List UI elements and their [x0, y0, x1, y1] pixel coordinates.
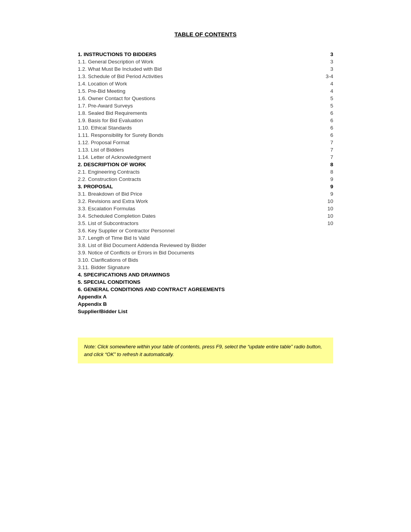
toc-row: 1.1. General Description of Work3 [78, 59, 333, 65]
toc-entry-page: 5 [322, 103, 333, 109]
toc-entry-page: 10 [322, 220, 333, 226]
note-text: Note: Click somewhere within your table … [84, 344, 322, 357]
toc-entry-label: 1.2. What Must Be Included with Bid [78, 66, 162, 72]
toc-entry-label: 1. INSTRUCTIONS TO BIDDERS [78, 51, 156, 57]
toc-row: 3.5. List of Subcontractors10 [78, 220, 333, 226]
toc-entry-page: 3-4 [322, 73, 333, 79]
toc-entry-page: 4 [322, 88, 333, 94]
toc-entry-page: 10 [322, 198, 333, 204]
toc-entry-page: 8 [322, 162, 333, 167]
toc-row: 3. PROPOSAL9 [78, 184, 333, 189]
toc-entry-page: 3 [322, 66, 333, 72]
toc-row: 2. DESCRIPTION OF WORK8 [78, 162, 333, 167]
toc-entry-page: 7 [322, 147, 333, 153]
toc-entry-page: 7 [322, 140, 333, 145]
note-box: Note: Click somewhere within your table … [78, 338, 333, 363]
toc-row: 6. GENERAL CONDITIONS AND CONTRACT AGREE… [78, 286, 333, 292]
toc-entry-page: 3 [322, 59, 333, 65]
toc-row: 1.9. Basis for Bid Evaluation6 [78, 118, 333, 123]
toc-entry-label: 3.7. Length of Time Bid Is Valid [78, 235, 150, 241]
toc-row: 1.12. Proposal Format7 [78, 140, 333, 145]
page-title: TABLE OF CONTENTS [78, 31, 333, 38]
toc-entry-page: 3 [322, 51, 333, 57]
toc-entry-label: 1.5. Pre-Bid Meeting [78, 88, 125, 94]
toc-row: 1.6. Owner Contact for Questions5 [78, 95, 333, 101]
toc-entry-label: 2.2. Construction Contracts [78, 176, 141, 182]
page-container: TABLE OF CONTENTS 1. INSTRUCTIONS TO BID… [55, 15, 356, 517]
toc-entry-label: Supplier/Bidder List [78, 309, 127, 314]
toc-entry-page: 10 [322, 213, 333, 219]
toc-row: 1.14. Letter of Acknowledgment7 [78, 154, 333, 160]
toc-entry-page: 5 [322, 95, 333, 101]
toc-entry-page: 4 [322, 81, 333, 87]
toc-row: 3.3. Escalation Formulas10 [78, 206, 333, 211]
toc-entry-label: Appendix B [78, 301, 107, 307]
toc-entry-label: 3.5. List of Subcontractors [78, 220, 139, 226]
toc-entry-label: 1.7. Pre-Award Surveys [78, 103, 133, 109]
toc-row: 5. SPECIAL CONDITIONS [78, 279, 333, 285]
toc-entry-page: 7 [322, 154, 333, 160]
toc-row: Appendix B [78, 301, 333, 307]
toc-entry-label: 1.13. List of Bidders [78, 147, 124, 153]
toc-entry-label: 3.6. Key Supplier or Contractor Personne… [78, 228, 175, 234]
toc-entry-label: 3.1. Breakdown of Bid Price [78, 191, 142, 197]
toc-row: 3.6. Key Supplier or Contractor Personne… [78, 228, 333, 234]
toc-row: 2.2. Construction Contracts9 [78, 176, 333, 182]
toc-entry-page: 10 [322, 206, 333, 211]
toc-row: 1.3. Schedule of Bid Period Activities3-… [78, 73, 333, 79]
toc-entry-label: 1.14. Letter of Acknowledgment [78, 154, 151, 160]
toc-entry-page: 9 [322, 176, 333, 182]
toc-row: 3.8. List of Bid Document Addenda Review… [78, 242, 333, 248]
toc-entry-label: 3.2. Revisions and Extra Work [78, 198, 148, 204]
toc-entry-label: 3.4. Scheduled Completion Dates [78, 213, 156, 219]
toc-row: 1.8. Sealed Bid Requirements6 [78, 110, 333, 116]
toc-entry-label: 1.12. Proposal Format [78, 140, 130, 145]
toc-entry-page: 9 [322, 191, 333, 197]
toc-entry-label: Appendix A [78, 294, 107, 300]
toc-row: 1.11. Responsibility for Surety Bonds6 [78, 132, 333, 138]
toc-row: 2.1. Engineering Contracts8 [78, 169, 333, 175]
toc-row: 3.1. Breakdown of Bid Price9 [78, 191, 333, 197]
toc-entry-label: 1.10. Ethical Standards [78, 125, 132, 131]
toc-entry-label: 3.10. Clarifications of Bids [78, 257, 138, 263]
toc-entry-page: 9 [322, 184, 333, 189]
toc-entry-label: 1.4. Location of Work [78, 81, 127, 87]
toc-entry-page: 8 [322, 169, 333, 175]
toc-entry-label: 1.1. General Description of Work [78, 59, 154, 65]
toc-entry-page: 6 [322, 110, 333, 116]
toc-row: 3.2. Revisions and Extra Work10 [78, 198, 333, 204]
toc-row: 1.7. Pre-Award Surveys5 [78, 103, 333, 109]
toc-row: 3.11. Bidder Signature [78, 264, 333, 270]
toc-entry-label: 1.6. Owner Contact for Questions [78, 95, 155, 101]
toc-entry-label: 2.1. Engineering Contracts [78, 169, 140, 175]
toc-row: 3.7. Length of Time Bid Is Valid [78, 235, 333, 241]
toc-row: 1.13. List of Bidders7 [78, 147, 333, 153]
toc-entry-label: 6. GENERAL CONDITIONS AND CONTRACT AGREE… [78, 286, 225, 292]
toc-entry-label: 4. SPECIFICATIONS AND DRAWINGS [78, 272, 170, 278]
toc-row: 3.9. Notice of Conflicts or Errors in Bi… [78, 250, 333, 256]
toc-entry-label: 1.9. Basis for Bid Evaluation [78, 118, 143, 123]
toc-entry-page: 6 [322, 118, 333, 123]
toc-entry-label: 3.3. Escalation Formulas [78, 206, 135, 211]
toc-entry-page: 6 [322, 125, 333, 131]
toc-row: 3.4. Scheduled Completion Dates10 [78, 213, 333, 219]
toc-entry-label: 1.8. Sealed Bid Requirements [78, 110, 147, 116]
toc-entry-label: 3.8. List of Bid Document Addenda Review… [78, 242, 206, 248]
toc-entry-label: 3.9. Notice of Conflicts or Errors in Bi… [78, 250, 194, 256]
toc-row: 3.10. Clarifications of Bids [78, 257, 333, 263]
toc-row: 1.2. What Must Be Included with Bid3 [78, 66, 333, 72]
toc-row: 1. INSTRUCTIONS TO BIDDERS3 [78, 51, 333, 57]
toc-row: 1.10. Ethical Standards6 [78, 125, 333, 131]
toc-row: Supplier/Bidder List [78, 309, 333, 314]
toc-row: Appendix A [78, 294, 333, 300]
toc-container: 1. INSTRUCTIONS TO BIDDERS31.1. General … [78, 51, 333, 314]
toc-entry-label: 1.11. Responsibility for Surety Bonds [78, 132, 163, 138]
toc-entry-label: 3.11. Bidder Signature [78, 264, 130, 270]
toc-entry-label: 1.3. Schedule of Bid Period Activities [78, 73, 163, 79]
toc-row: 1.4. Location of Work4 [78, 81, 333, 87]
toc-entry-page: 6 [322, 132, 333, 138]
toc-entry-label: 5. SPECIAL CONDITIONS [78, 279, 140, 285]
toc-entry-label: 2. DESCRIPTION OF WORK [78, 162, 146, 167]
toc-row: 1.5. Pre-Bid Meeting4 [78, 88, 333, 94]
toc-entry-label: 3. PROPOSAL [78, 184, 113, 189]
